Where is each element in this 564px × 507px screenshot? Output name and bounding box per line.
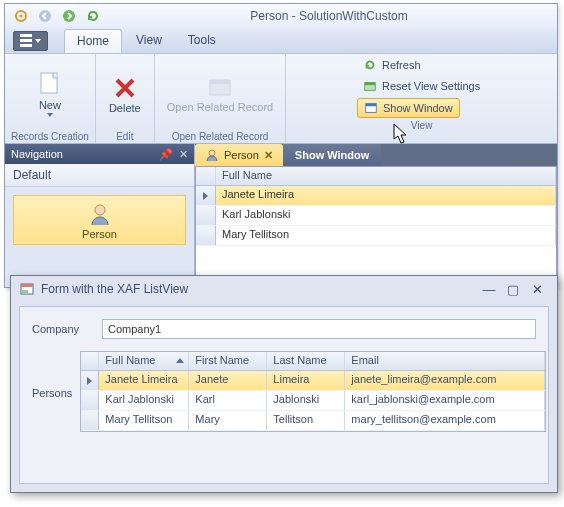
svg-point-3 [63,10,75,22]
doc-tab-person[interactable]: Person ✕ [195,144,283,166]
row-selector[interactable] [81,391,99,410]
doc-tab-label: Show Window [295,149,369,161]
refresh-button[interactable] [83,6,103,26]
new-label: New [39,99,61,111]
viewmode-button[interactable] [13,31,48,51]
tab-home[interactable]: Home [64,29,122,53]
titlebar: Person - SolutionWithCustom [5,4,557,28]
show-window-label: Show Window [383,102,453,114]
svg-point-2 [39,10,51,22]
svg-rect-8 [365,83,376,86]
doc-tab-show-window[interactable]: Show Window [283,144,381,166]
row-selector[interactable] [196,226,216,245]
refresh-action[interactable]: Refresh [357,56,427,74]
document-tabs: Person ✕ Show Window [195,144,557,166]
navigation-title: Navigation [11,148,63,160]
ribbon-group-edit: Delete Edit [96,54,155,143]
svg-rect-6 [210,80,230,84]
grid-row[interactable]: Karl Jablonski [196,206,556,226]
col-fullname[interactable]: Full Name [99,352,189,370]
cell-fullname: Mary Tellitson [99,411,189,430]
svg-point-12 [209,150,215,156]
ribbon-tabs: Home View Tools [64,29,228,53]
ribbon-group-label: Records Creation [11,129,89,143]
minimize-button[interactable]: — [477,282,501,297]
row-selector[interactable] [196,206,216,225]
col-fullname[interactable]: Full Name [216,167,556,185]
delete-button[interactable]: Delete [102,70,148,116]
tab-view[interactable]: View [124,29,174,53]
svg-rect-15 [22,290,28,293]
cell-lastname: Limeira [267,371,345,390]
delete-label: Delete [109,102,141,114]
list-icon [20,34,32,48]
nav-item-person[interactable]: Person [13,195,186,245]
row-indicator-icon [203,192,208,200]
popup-window: Form with the XAF ListView — ▢ ✕ Company… [10,275,558,493]
col-lastname[interactable]: Last Name [267,352,345,370]
new-button[interactable]: New [27,67,73,119]
persons-label: Persons [32,387,72,399]
ribbon-group-view: Refresh Reset View Settings Show Window … [286,54,557,143]
row-selector[interactable] [81,411,99,430]
refresh-label: Refresh [382,59,421,71]
cell-firstname: Mary [189,411,267,430]
grid-row[interactable]: Mary Tellitson [196,226,556,246]
reset-view-settings[interactable]: Reset View Settings [357,77,486,95]
viewmode-strip: Home View Tools [5,28,557,54]
tab-tools[interactable]: Tools [176,29,228,53]
app-title: Person - SolutionWithCustom [107,9,551,23]
ribbon-group-label: Edit [116,129,133,143]
doc-tab-label: Person [224,149,259,161]
cell-email: mary_tellitson@example.com [345,411,545,430]
content-area: Navigation 📌 ✕ Default Person Person ✕ [5,144,557,287]
row-selector[interactable] [196,186,216,205]
persons-row-item[interactable]: Janete Limeira Janete Limeira janete_lim… [81,371,545,391]
back-button[interactable] [35,6,55,26]
navigation-panel: Navigation 📌 ✕ Default Person [5,144,195,287]
svg-rect-14 [21,284,33,287]
svg-point-1 [20,15,23,18]
sort-asc-icon [176,358,184,363]
maximize-button[interactable]: ▢ [501,282,525,297]
row-selector[interactable] [81,371,99,390]
nav-group-default[interactable]: Default [5,164,194,187]
grid-row[interactable]: Janete Limeira [196,186,556,206]
window-icon [364,101,378,115]
persons-row-item[interactable]: Mary Tellitson Mary Tellitson mary_telli… [81,411,545,431]
ribbon-group-label: Open Related Record [172,129,269,143]
close-icon[interactable]: ✕ [264,149,273,162]
cell-fullname: Karl Jablonski [99,391,189,410]
cell-firstname: Karl [189,391,267,410]
row-indicator-icon [87,377,92,385]
cell-fullname: Janete Limeira [216,186,556,205]
persons-row-item[interactable]: Karl Jablonski Karl Jablonski karl_jablo… [81,391,545,411]
forward-button[interactable] [59,6,79,26]
row-selector-header [81,352,99,370]
cell-email: karl_jablonski@example.com [345,391,545,410]
gear-icon[interactable] [11,6,31,26]
grid-header: Full Name [196,167,556,186]
col-firstname[interactable]: First Name [189,352,267,370]
show-window-action[interactable]: Show Window [357,98,460,118]
open-related-button: Open Related Record [161,70,279,115]
popup-title: Form with the XAF ListView [41,282,188,296]
reset-label: Reset View Settings [382,80,480,92]
company-input[interactable] [102,319,536,339]
col-email[interactable]: Email [345,352,545,370]
row-selector-header [196,167,216,185]
pin-icon[interactable]: 📌 [159,148,173,161]
persons-grid: Full Name First Name Last Name Email Jan… [80,351,546,432]
popup-body: Company Persons Full Name First Name Las… [19,306,549,484]
refresh-icon [363,58,377,72]
close-icon[interactable]: ✕ [179,148,188,161]
chevron-down-icon [35,39,41,43]
cell-lastname: Jablonski [267,391,345,410]
close-button[interactable]: ✕ [525,282,549,297]
ribbon: New Records Creation Delete Edit Open Re… [5,54,557,144]
popup-titlebar: Form with the XAF ListView — ▢ ✕ [11,276,557,302]
form-icon [19,281,35,297]
cell-lastname: Tellitson [267,411,345,430]
cell-fullname: Karl Jablonski [216,206,556,225]
persons-row: Persons Full Name First Name Last Name E… [32,351,536,432]
